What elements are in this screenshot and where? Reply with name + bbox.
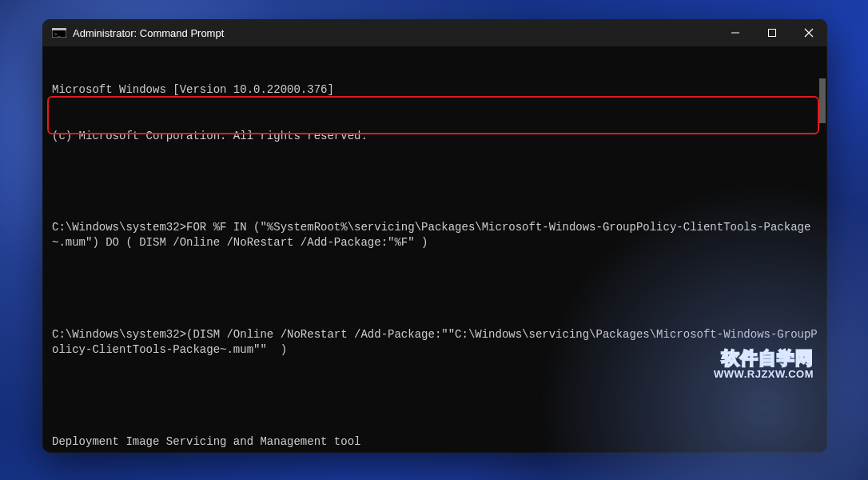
terminal-line: Microsoft Windows [Version 10.0.22000.37… <box>52 82 818 98</box>
terminal-line: C:\Windows\system32>(DISM /Online /NoRes… <box>52 327 818 358</box>
cmd-icon: >_ <box>52 27 66 38</box>
window-title: Administrator: Command Prompt <box>73 27 224 39</box>
cmd-window: >_ Administrator: Command Prompt Microso… <box>42 19 827 453</box>
desktop-background: >_ Administrator: Command Prompt Microso… <box>0 0 868 480</box>
maximize-button[interactable] <box>754 19 790 46</box>
terminal-line: (c) Microsoft Corporation. All rights re… <box>52 129 818 144</box>
terminal-output[interactable]: Microsoft Windows [Version 10.0.22000.37… <box>42 46 827 453</box>
titlebar[interactable]: >_ Administrator: Command Prompt <box>42 19 827 46</box>
terminal-area: Microsoft Windows [Version 10.0.22000.37… <box>42 46 827 453</box>
watermark: 软件自学网 WWW.RJZXW.COM <box>714 350 814 379</box>
terminal-line: Deployment Image Servicing and Managemen… <box>52 434 818 450</box>
svg-rect-4 <box>769 30 776 37</box>
svg-rect-3 <box>731 33 739 34</box>
terminal-line: C:\Windows\system32>FOR %F IN ("%SystemR… <box>52 220 818 251</box>
svg-text:>_: >_ <box>54 31 61 38</box>
minimize-button[interactable] <box>717 19 754 46</box>
scrollbar-thumb[interactable] <box>819 78 826 123</box>
svg-rect-1 <box>52 28 66 30</box>
watermark-title: 软件自学网 <box>714 350 814 367</box>
close-button[interactable] <box>790 19 827 46</box>
watermark-url: WWW.RJZXW.COM <box>714 369 814 379</box>
